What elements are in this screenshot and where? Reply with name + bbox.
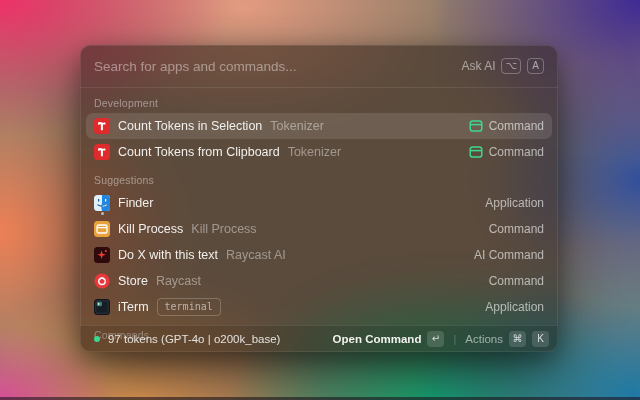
item-subtitle: Raycast AI [226, 248, 286, 262]
desktop-wallpaper: Search for apps and commands... Ask AI ⌥… [0, 0, 640, 400]
action-bar: 97 tokens (GPT-4o | o200k_base) Open Com… [80, 325, 558, 352]
item-subtitle: Kill Process [191, 222, 256, 236]
raycast-ai-icon [94, 247, 110, 263]
item-type-label: Application [485, 300, 544, 314]
list-item-finder[interactable]: Finder Application [86, 190, 552, 216]
footer-divider: | [453, 333, 456, 345]
ask-ai-button[interactable]: Ask AI ⌥ A [461, 58, 544, 74]
token-count-status: 97 tokens (GPT-4o | o200k_base) [108, 333, 280, 345]
item-title: Count Tokens in Selection [118, 119, 262, 133]
ask-ai-label: Ask AI [461, 59, 495, 73]
raycast-store-icon [94, 273, 110, 289]
item-title: Store [118, 274, 148, 288]
iterm-icon [94, 299, 110, 315]
running-indicator-dot [101, 212, 104, 215]
list-item-do-x-with-this-text[interactable]: Do X with this text Raycast AI AI Comman… [86, 242, 552, 268]
item-type-label: Command [489, 222, 544, 236]
item-type-label: Command [489, 274, 544, 288]
item-title: Finder [118, 196, 153, 210]
item-title: Kill Process [118, 222, 183, 236]
item-accessory: Command [469, 145, 544, 159]
kill-process-icon [94, 221, 110, 237]
item-subtitle: Tokenizer [270, 119, 324, 133]
list-item-count-tokens-from-clipboard[interactable]: Count Tokens from Clipboard Tokenizer Co… [86, 139, 552, 165]
search-input[interactable]: Search for apps and commands... [94, 59, 297, 74]
search-bar[interactable]: Search for apps and commands... Ask AI ⌥… [80, 45, 558, 88]
list-item-store[interactable]: Store Raycast Command [86, 268, 552, 294]
list-item-iterm[interactable]: iTerm terminal Application [86, 294, 552, 320]
results-list: Development Count Tokens in Selection To… [80, 88, 558, 345]
command-icon [469, 119, 483, 133]
tokenizer-icon [94, 118, 110, 134]
a-keycap: A [527, 58, 544, 74]
item-type-label: AI Command [474, 248, 544, 262]
tokenizer-icon [94, 144, 110, 160]
actions-button[interactable]: Actions [465, 333, 503, 345]
option-keycap: ⌥ [501, 58, 521, 74]
open-command-button[interactable]: Open Command [333, 333, 422, 345]
terminal-badge: terminal [157, 298, 221, 316]
command-icon [469, 145, 483, 159]
return-keycap: ↵ [427, 331, 444, 347]
item-type-label: Application [485, 196, 544, 210]
item-type-label: Command [489, 145, 544, 159]
k-keycap: K [532, 331, 549, 347]
item-type-label: Command [489, 119, 544, 133]
item-title: Do X with this text [118, 248, 218, 262]
section-header-suggestions: Suggestions [86, 165, 552, 190]
status-dot-icon [94, 336, 100, 342]
list-item-kill-process[interactable]: Kill Process Kill Process Command [86, 216, 552, 242]
item-subtitle: Raycast [156, 274, 201, 288]
item-title: iTerm [118, 300, 149, 314]
item-subtitle: Tokenizer [288, 145, 342, 159]
item-title: Count Tokens from Clipboard [118, 145, 280, 159]
item-accessory: Command [469, 119, 544, 133]
finder-icon [94, 195, 110, 211]
raycast-launcher-window: Search for apps and commands... Ask AI ⌥… [80, 45, 558, 352]
section-header-development: Development [86, 90, 552, 113]
command-keycap: ⌘ [509, 331, 526, 347]
list-item-count-tokens-in-selection[interactable]: Count Tokens in Selection Tokenizer Comm… [86, 113, 552, 139]
